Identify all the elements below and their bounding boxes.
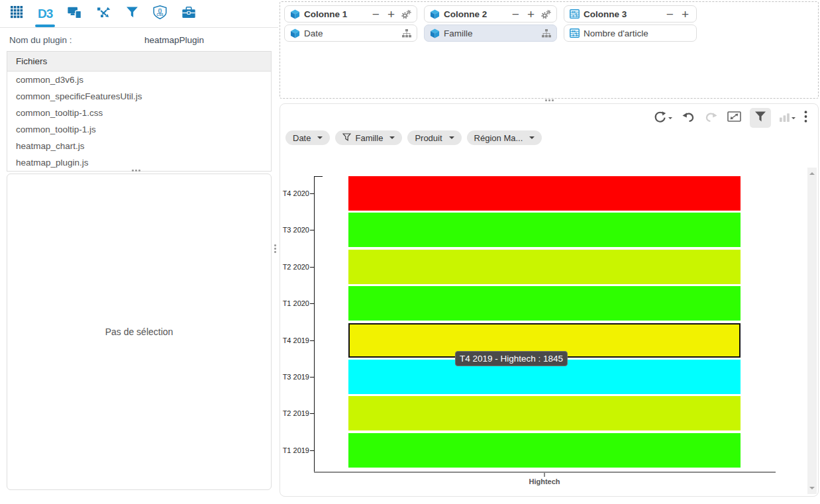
chart-scrollbar[interactable]	[807, 168, 817, 494]
y-axis-tick	[310, 267, 314, 268]
d3-logo-icon: D3	[38, 7, 52, 21]
y-axis-tick	[310, 193, 314, 194]
remove-column-button[interactable]: −	[510, 8, 521, 21]
toolbox-icon	[181, 7, 196, 21]
file-list-item[interactable]: common_d3v6.js	[7, 72, 271, 88]
file-list-item[interactable]: common_tooltip-1.js	[7, 121, 271, 138]
y-axis-tick-label: T3 2020	[280, 226, 309, 234]
add-column-button[interactable]: +	[680, 8, 691, 21]
tab-d3[interactable]: D3	[34, 0, 56, 28]
x-axis-label: Hightech	[498, 478, 591, 485]
column-header[interactable]: Colonne 1−+	[284, 5, 417, 23]
files-panel: Fichiers common_d3v6.jscommon_specificFe…	[7, 51, 272, 172]
column-field-name: Famille	[444, 28, 473, 38]
heatmap-cell[interactable]	[348, 286, 741, 321]
columns-row: Colonne 1−+DateColonne 2−+FamilleColonne…	[280, 2, 818, 44]
files-header: Fichiers	[7, 52, 271, 72]
column-field[interactable]: Nombre d'article	[564, 25, 697, 42]
tab-devices[interactable]	[63, 0, 86, 28]
tab-share[interactable]	[93, 0, 115, 28]
add-column-button[interactable]: +	[385, 8, 397, 21]
dimension-cube-icon	[430, 28, 440, 38]
y-axis-tick	[310, 340, 314, 341]
plugin-name-value: heatmapPlugin	[144, 35, 204, 45]
devices-icon	[67, 7, 82, 21]
file-list-item[interactable]: common_specificFeaturesUtil.js	[7, 88, 271, 105]
y-axis-tick-label: T2 2020	[280, 263, 309, 271]
tab-filter[interactable]	[122, 0, 142, 28]
gears-icon[interactable]	[540, 9, 551, 19]
scroll-down-icon[interactable]	[809, 487, 815, 492]
grid-icon	[11, 6, 23, 21]
gears-icon[interactable]	[401, 9, 411, 19]
heatmap-cell[interactable]	[348, 176, 741, 211]
column-header[interactable]: Colonne 2−+	[424, 5, 557, 23]
file-list-item[interactable]: heatmap_plugin.js	[7, 154, 271, 171]
add-column-button[interactable]: +	[525, 8, 537, 21]
heatmap: Hightech T4 2019 - Hightech : 1845 T4 20…	[280, 104, 818, 496]
dimension-cube-icon	[290, 28, 300, 38]
y-axis-tick-label: T3 2019	[280, 373, 309, 381]
y-axis-tick	[310, 230, 314, 230]
y-axis-tick	[310, 450, 314, 451]
column-header[interactable]: Colonne 3−+	[564, 5, 697, 23]
selection-panel: Pas de sélection	[7, 174, 272, 490]
y-axis-tick	[310, 413, 314, 414]
x-axis-tick	[544, 473, 545, 477]
y-axis-tick-label: T2 2019	[280, 409, 309, 417]
remove-column-button[interactable]: −	[370, 8, 382, 21]
hierarchy-icon[interactable]	[402, 29, 411, 38]
measure-abacus-icon	[570, 9, 580, 19]
chart-tooltip: T4 2019 - Hightech : 1845	[455, 351, 568, 366]
svg-text:CSS: CSS	[157, 13, 164, 17]
left-toolbar: D3	[0, 0, 278, 28]
measure-abacus-icon	[570, 28, 580, 38]
columns-panel: Colonne 1−+DateColonne 2−+FamilleColonne…	[280, 1, 819, 99]
heatmap-cell[interactable]	[348, 250, 741, 284]
dimension-cube-icon	[290, 9, 300, 19]
y-axis-line	[314, 176, 315, 472]
tab-css[interactable]: {} CSS	[149, 0, 171, 28]
remove-column-button[interactable]: −	[664, 8, 676, 21]
file-list-item[interactable]: heatmap_chart.js	[7, 138, 271, 154]
column-group: Colonne 2−+Famille	[424, 5, 557, 44]
vertical-resize-handle[interactable]	[274, 244, 276, 253]
y-axis-tick-label: T1 2020	[280, 299, 309, 307]
chart-panel: DateFamilleProduitRégion Ma... Hightech …	[280, 103, 819, 497]
tab-grid[interactable]	[7, 0, 27, 28]
scroll-up-icon[interactable]	[809, 170, 815, 175]
hierarchy-icon[interactable]	[542, 29, 551, 38]
column-title: Colonne 2	[444, 9, 487, 19]
heatmap-cell[interactable]	[348, 396, 741, 430]
y-axis-tick-label: T4 2019	[280, 336, 309, 344]
column-field-name: Date	[304, 28, 323, 38]
file-list-item[interactable]: common_tooltip-1.css	[7, 105, 271, 121]
panel-resize-handle[interactable]	[545, 99, 554, 101]
dimension-cube-icon	[430, 9, 440, 19]
y-axis-tick-label: T4 2020	[280, 189, 309, 197]
heatmap-cell[interactable]	[348, 213, 741, 247]
y-axis-tick	[310, 303, 314, 304]
column-field[interactable]: Date	[284, 25, 417, 42]
empty-selection-text: Pas de sélection	[105, 327, 174, 337]
plugin-name-row: Nom du plugin : heatmapPlugin	[9, 35, 274, 45]
column-field[interactable]: Famille	[424, 25, 557, 42]
funnel-icon	[126, 6, 138, 21]
column-field-name: Nombre d'article	[584, 28, 648, 38]
horizontal-resize-handle[interactable]	[132, 170, 140, 172]
plugin-name-label: Nom du plugin :	[9, 35, 72, 45]
share-arrows-icon	[97, 7, 111, 21]
y-axis-tick	[310, 377, 314, 378]
column-title: Colonne 1	[304, 9, 347, 19]
y-axis-tick-label: T1 2019	[280, 446, 309, 454]
column-group: Colonne 1−+Date	[284, 5, 417, 44]
css-shield-icon: {} CSS	[153, 5, 167, 22]
y-axis-cap	[314, 176, 323, 177]
tab-toolbox[interactable]	[178, 0, 200, 28]
column-group: Colonne 3−+Nombre d'article	[564, 5, 697, 44]
heatmap-cell[interactable]	[348, 433, 741, 468]
column-title: Colonne 3	[584, 9, 627, 19]
file-list: common_d3v6.jscommon_specificFeaturesUti…	[7, 72, 271, 171]
